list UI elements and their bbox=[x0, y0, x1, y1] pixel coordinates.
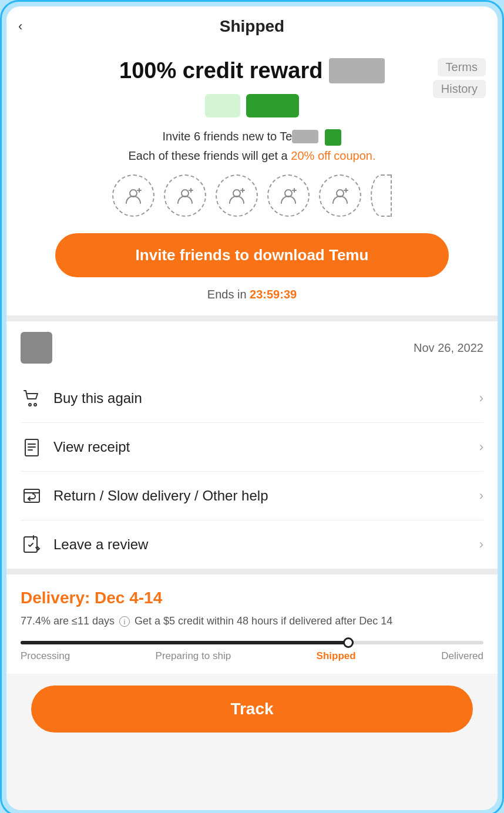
phone-frame: ‹ Shipped Terms History 100% credit rewa… bbox=[0, 0, 504, 813]
section-divider bbox=[6, 315, 498, 321]
countdown-timer: 23:59:39 bbox=[250, 288, 297, 301]
order-header: Nov 26, 2022 bbox=[21, 332, 483, 364]
section-divider-2 bbox=[6, 569, 498, 575]
progress-block-filled bbox=[246, 94, 299, 117]
track-bar-bg bbox=[21, 641, 483, 644]
invite-btn[interactable]: Invite friends to download Temu bbox=[55, 233, 449, 277]
credit-title: 100% credit reward bbox=[21, 58, 483, 83]
track-button[interactable]: Track bbox=[31, 686, 473, 733]
add-friend-icon-3 bbox=[227, 186, 247, 206]
track-label-processing: Processing bbox=[21, 650, 70, 662]
add-friend-icon-5 bbox=[330, 186, 350, 206]
buy-again-row[interactable]: Buy this again › bbox=[21, 374, 483, 423]
return-icon bbox=[21, 485, 43, 507]
svg-point-16 bbox=[34, 404, 36, 406]
return-help-label: Return / Slow delivery / Other help bbox=[53, 488, 479, 504]
add-friend-icon-4 bbox=[278, 186, 298, 206]
friend-slot-6-partial bbox=[371, 174, 392, 217]
friend-slot-3 bbox=[216, 174, 258, 217]
friend-slot-2 bbox=[164, 174, 206, 217]
ends-in: Ends in 23:59:39 bbox=[21, 288, 483, 301]
invite-sub: Each of these friends will get a 20% off… bbox=[21, 149, 483, 163]
track-bar-container bbox=[21, 641, 483, 644]
delivery-title: Delivery: Dec 4-14 bbox=[21, 589, 483, 607]
progress-bar-row bbox=[21, 94, 483, 117]
friend-slot-4 bbox=[267, 174, 310, 217]
return-help-chevron: › bbox=[479, 488, 483, 503]
track-dot bbox=[343, 637, 354, 648]
leave-review-label: Leave a review bbox=[53, 536, 479, 553]
leave-review-row[interactable]: Leave a review › bbox=[21, 520, 483, 569]
add-friend-icon-2 bbox=[175, 186, 195, 206]
friend-slot-5 bbox=[319, 174, 361, 217]
order-thumbnail bbox=[21, 332, 52, 364]
view-receipt-row[interactable]: View receipt › bbox=[21, 423, 483, 472]
screen: ‹ Shipped Terms History 100% credit rewa… bbox=[6, 6, 498, 810]
invite-text: Invite 6 friends new to Te bbox=[21, 129, 483, 146]
track-labels: Processing Preparing to ship Shipped Del… bbox=[21, 650, 483, 662]
view-receipt-chevron: › bbox=[479, 439, 483, 455]
friend-circles bbox=[21, 174, 483, 217]
add-friend-icon-1 bbox=[123, 186, 143, 206]
invite-coupon-highlight: 20% off coupon. bbox=[291, 149, 375, 162]
buy-again-chevron: › bbox=[479, 391, 483, 406]
buy-again-label: Buy this again bbox=[53, 390, 479, 406]
order-section: Nov 26, 2022 Buy this again › bbox=[6, 321, 498, 569]
delivery-sub: 77.4% are ≤11 days i Get a $5 credit wit… bbox=[21, 613, 483, 629]
back-button[interactable]: ‹ bbox=[18, 19, 22, 34]
friend-slot-1 bbox=[112, 174, 154, 217]
track-bar-fill bbox=[21, 641, 354, 644]
blurred-amount bbox=[329, 58, 385, 83]
history-button[interactable]: History bbox=[433, 80, 486, 98]
green-square bbox=[325, 129, 341, 146]
delivery-section: Delivery: Dec 4-14 77.4% are ≤11 days i … bbox=[6, 575, 498, 674]
info-icon[interactable]: i bbox=[119, 616, 130, 627]
svg-rect-21 bbox=[24, 489, 39, 502]
svg-point-15 bbox=[29, 404, 31, 406]
svg-rect-22 bbox=[24, 537, 37, 552]
track-label-delivered: Delivered bbox=[441, 650, 483, 662]
header: ‹ Shipped bbox=[6, 6, 498, 46]
page-title: Shipped bbox=[220, 17, 284, 36]
receipt-icon bbox=[21, 436, 43, 458]
cart-icon bbox=[21, 387, 43, 409]
credit-section: Terms History 100% credit reward Invite … bbox=[6, 46, 498, 315]
return-help-row[interactable]: Return / Slow delivery / Other help › bbox=[21, 472, 483, 520]
progress-block-empty bbox=[205, 94, 240, 117]
leave-review-chevron: › bbox=[479, 537, 483, 552]
blurred-invite bbox=[292, 130, 318, 143]
view-receipt-label: View receipt bbox=[53, 439, 479, 455]
terms-history-group: Terms History bbox=[433, 58, 486, 98]
track-label-shipped: Shipped bbox=[317, 650, 356, 662]
review-icon bbox=[21, 533, 43, 556]
track-label-preparing: Preparing to ship bbox=[156, 650, 231, 662]
order-date: Nov 26, 2022 bbox=[414, 341, 483, 355]
terms-button[interactable]: Terms bbox=[438, 58, 486, 76]
